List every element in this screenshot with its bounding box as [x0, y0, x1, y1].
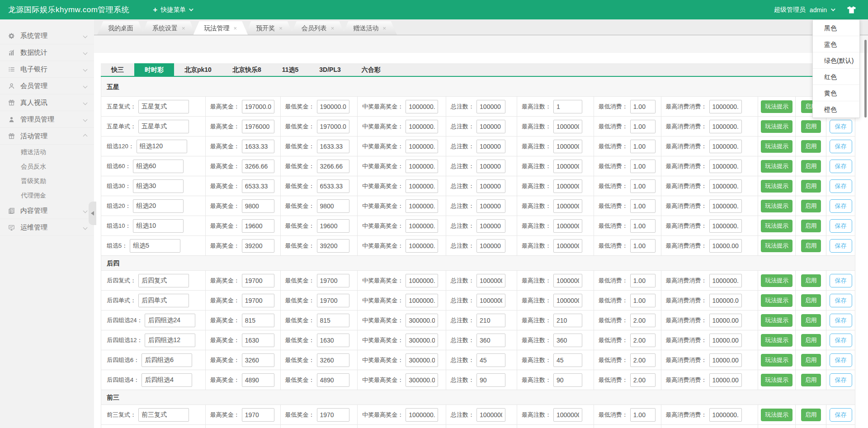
max-bets-input[interactable] — [553, 353, 582, 367]
window-tab-5[interactable]: 会员列表× — [291, 21, 345, 35]
win-max-bonus-input[interactable] — [406, 334, 438, 347]
total-bets-input[interactable] — [476, 314, 505, 327]
play-name-input[interactable] — [137, 140, 187, 153]
game-tab-3[interactable]: 北京pk10 — [174, 63, 222, 76]
enable-button[interactable]: 启用 — [801, 314, 821, 327]
min-cost-input[interactable] — [630, 314, 656, 327]
enable-button[interactable]: 启用 — [801, 354, 821, 367]
max-bets-input[interactable] — [553, 294, 582, 307]
min-cost-input[interactable] — [630, 408, 656, 422]
win-max-bonus-input[interactable] — [406, 274, 438, 287]
max-cost-input[interactable] — [709, 120, 742, 133]
min-bonus-input[interactable] — [317, 334, 349, 347]
win-max-bonus-input[interactable] — [406, 408, 438, 422]
win-max-bonus-input[interactable] — [406, 314, 438, 327]
enable-button[interactable]: 启用 — [801, 409, 821, 421]
min-bonus-input[interactable] — [317, 199, 349, 213]
max-cost-input[interactable] — [709, 373, 742, 387]
play-tip-button[interactable]: 玩法提示 — [761, 200, 793, 212]
save-button[interactable]: 保存 — [830, 373, 852, 387]
min-bonus-input[interactable] — [317, 120, 349, 133]
min-cost-input[interactable] — [630, 353, 656, 367]
max-cost-input[interactable] — [709, 408, 742, 422]
min-cost-input[interactable] — [630, 140, 656, 153]
play-name-input[interactable] — [130, 239, 180, 253]
max-bonus-input[interactable] — [242, 100, 274, 113]
save-button[interactable]: 保存 — [830, 140, 852, 153]
max-cost-input[interactable] — [709, 179, 742, 193]
enable-button[interactable]: 启用 — [801, 180, 821, 193]
game-tab-6[interactable]: 3D/PL3 — [309, 63, 351, 76]
win-max-bonus-input[interactable] — [406, 294, 438, 307]
max-cost-input[interactable] — [709, 274, 742, 287]
max-cost-input[interactable] — [709, 353, 742, 367]
theme-option-1[interactable]: 黑色 — [813, 20, 859, 36]
sidebar-item-2[interactable]: 数据统计 — [0, 44, 94, 61]
sidebar-item-6[interactable]: 管理员管理 — [0, 111, 94, 128]
total-bets-input[interactable] — [476, 373, 505, 387]
play-tip-button[interactable]: 玩法提示 — [761, 294, 793, 307]
max-bets-input[interactable] — [553, 140, 582, 153]
sidebar-subitem-4[interactable]: 代理佣金 — [0, 188, 94, 202]
max-bets-input[interactable] — [553, 179, 582, 193]
play-name-input[interactable] — [133, 179, 184, 193]
sidebar-item-8[interactable]: 内容管理 — [0, 202, 94, 219]
sidebar-subitem-2[interactable]: 会员反水 — [0, 159, 94, 174]
play-name-input[interactable] — [138, 408, 189, 422]
min-bonus-input[interactable] — [317, 373, 349, 387]
win-max-bonus-input[interactable] — [406, 120, 438, 133]
max-bets-input[interactable] — [553, 239, 582, 253]
sidebar-item-3[interactable]: 电子银行 — [0, 61, 94, 78]
game-tab-1[interactable]: 快三 — [101, 63, 134, 76]
max-cost-input[interactable] — [709, 294, 742, 307]
min-cost-input[interactable] — [630, 160, 656, 173]
sidebar-item-5[interactable]: 真人视讯 — [0, 94, 94, 111]
total-bets-input[interactable] — [476, 179, 505, 193]
total-bets-input[interactable] — [476, 160, 505, 173]
play-tip-button[interactable]: 玩法提示 — [761, 120, 793, 133]
total-bets-input[interactable] — [476, 408, 505, 422]
tab-close-icon[interactable]: × — [234, 25, 237, 31]
tab-close-icon[interactable]: × — [382, 25, 386, 31]
min-bonus-input[interactable] — [317, 239, 349, 253]
min-bonus-input[interactable] — [317, 408, 349, 422]
max-bonus-input[interactable] — [242, 239, 274, 253]
play-name-input[interactable] — [133, 199, 184, 213]
save-button[interactable]: 保存 — [830, 294, 852, 307]
play-name-input[interactable] — [138, 100, 189, 113]
min-cost-input[interactable] — [630, 334, 656, 347]
total-bets-input[interactable] — [476, 294, 505, 307]
total-bets-input[interactable] — [476, 120, 505, 133]
min-cost-input[interactable] — [630, 219, 656, 233]
user-menu[interactable]: 超级管理员 admin — [774, 6, 834, 14]
total-bets-input[interactable] — [476, 274, 505, 287]
max-bets-input[interactable] — [553, 100, 582, 113]
min-bonus-input[interactable] — [317, 140, 349, 153]
play-tip-button[interactable]: 玩法提示 — [761, 354, 793, 367]
max-bets-input[interactable] — [553, 408, 582, 422]
play-name-input[interactable] — [145, 334, 195, 347]
total-bets-input[interactable] — [476, 353, 505, 367]
max-bonus-input[interactable] — [242, 140, 274, 153]
max-bets-input[interactable] — [553, 160, 582, 173]
total-bets-input[interactable] — [476, 100, 505, 113]
win-max-bonus-input[interactable] — [406, 373, 438, 387]
max-bonus-input[interactable] — [242, 160, 274, 173]
save-button[interactable]: 保存 — [830, 179, 852, 193]
min-cost-input[interactable] — [630, 294, 656, 307]
max-bonus-input[interactable] — [242, 179, 274, 193]
play-tip-button[interactable]: 玩法提示 — [761, 240, 793, 252]
max-cost-input[interactable] — [709, 219, 742, 233]
play-name-input[interactable] — [142, 373, 192, 387]
play-tip-button[interactable]: 玩法提示 — [761, 220, 793, 232]
enable-button[interactable]: 启用 — [801, 220, 821, 232]
play-name-input[interactable] — [138, 120, 189, 133]
theme-option-3[interactable]: 绿色(默认) — [813, 52, 859, 69]
enable-button[interactable]: 启用 — [801, 274, 821, 287]
sidebar-collapse-handle[interactable] — [89, 202, 96, 225]
min-cost-input[interactable] — [630, 100, 656, 113]
play-name-input[interactable] — [145, 314, 195, 327]
enable-button[interactable]: 启用 — [801, 374, 821, 386]
save-button[interactable]: 保存 — [830, 274, 852, 287]
max-bets-input[interactable] — [553, 199, 582, 213]
